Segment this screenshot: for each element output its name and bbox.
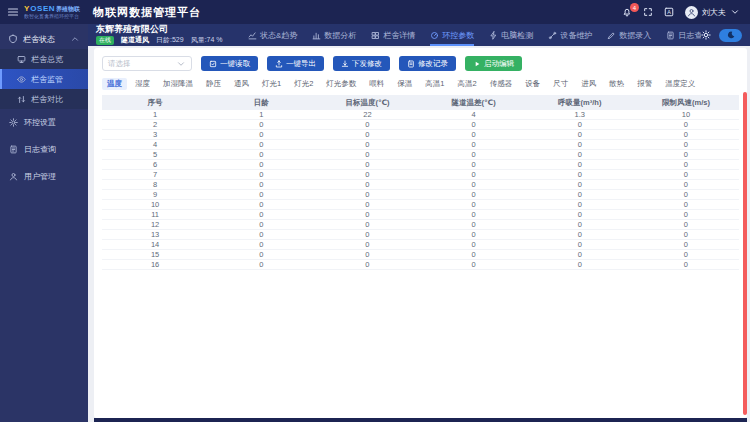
- sidebar-item-watch[interactable]: 栏舍监管: [0, 69, 88, 89]
- sidebar-item-user[interactable]: 用户管理: [0, 163, 88, 190]
- table-cell: 0: [527, 130, 633, 139]
- chip-9[interactable]: 保温: [392, 78, 417, 90]
- column-header: 隧道温差(℃): [421, 98, 527, 108]
- sidebar-group-label: 栏舍状态: [23, 34, 55, 45]
- sidebar-item-label: 栏舍对比: [31, 94, 63, 105]
- table-cell: 0: [208, 150, 314, 159]
- tab-analysis[interactable]: 数据分析: [312, 24, 356, 46]
- chip-1[interactable]: 湿度: [130, 78, 155, 90]
- table-cell: 16: [102, 260, 208, 269]
- chip-11[interactable]: 高温2: [453, 78, 482, 90]
- table-cell: 10: [633, 110, 739, 119]
- chip-14[interactable]: 尺寸: [548, 78, 573, 90]
- table-cell: 0: [633, 250, 739, 259]
- table-cell: 8: [102, 180, 208, 189]
- table-cell: 0: [527, 160, 633, 169]
- tab-label: 日志查询: [678, 30, 701, 41]
- detail-icon: [371, 31, 380, 40]
- table-cell: 0: [633, 180, 739, 189]
- language-icon[interactable]: A: [664, 7, 674, 17]
- farm-info: 东辉养殖有限公司 在线 隧道通风 日龄:529 风量:74 %: [96, 24, 236, 46]
- tab-label: 电脑检测: [501, 30, 533, 41]
- chip-0[interactable]: 温度: [102, 78, 127, 90]
- button-label: 下发修改: [352, 59, 382, 69]
- table-cell: 0: [633, 240, 739, 249]
- record-button[interactable]: 修改记录: [399, 56, 456, 71]
- sidebar-group-pen-status[interactable]: 栏舍状态: [0, 29, 88, 49]
- tab-label: 栏舍详情: [383, 30, 415, 41]
- table-cell: 0: [633, 170, 739, 179]
- compare-icon: [17, 95, 26, 104]
- tab-dial[interactable]: 环控参数: [430, 24, 474, 46]
- chip-13[interactable]: 设备: [520, 78, 545, 90]
- menu-toggle-icon[interactable]: [7, 6, 19, 18]
- table-cell: 0: [527, 220, 633, 229]
- chip-2[interactable]: 加湿降温: [158, 78, 198, 90]
- day-age: 日龄:529: [156, 35, 184, 45]
- table-cell: 0: [527, 170, 633, 179]
- sidebar-item-log[interactable]: 日志查询: [0, 136, 88, 163]
- table-cell: 7: [102, 170, 208, 179]
- chip-3[interactable]: 静压: [201, 78, 226, 90]
- chip-6[interactable]: 灯光2: [289, 78, 318, 90]
- table-cell: 0: [208, 230, 314, 239]
- theme-toggle[interactable]: [719, 29, 742, 42]
- chevron-down-icon: [730, 7, 740, 17]
- table-row: 1200000: [102, 220, 739, 230]
- chip-10[interactable]: 高温1: [420, 78, 449, 90]
- sidebar-item-label: 环控设置: [24, 117, 56, 128]
- table-cell: 0: [527, 260, 633, 269]
- right-column: 东辉养殖有限公司 在线 隧道通风 日龄:529 风量:74 % 状态&趋势数据分…: [88, 24, 750, 422]
- table-cell: 0: [527, 210, 633, 219]
- sidebar-item-compare[interactable]: 栏舍对比: [0, 89, 88, 109]
- content-area: 请选择 一键读取一键导出下发修改修改记录启动编辑 温度湿度加湿降温静压通风灯光1…: [88, 46, 750, 422]
- download-button[interactable]: 下发修改: [333, 56, 390, 71]
- tab-bolt[interactable]: 电脑检测: [489, 24, 533, 46]
- chip-18[interactable]: 温度定义: [660, 78, 700, 90]
- tab-log[interactable]: 日志查询: [666, 24, 701, 46]
- tab-bar: 状态&趋势数据分析栏舍详情环控参数电脑检测设备维护数据录入日志查询: [248, 24, 701, 46]
- page-title: 物联网数据管理平台: [93, 5, 201, 20]
- table-cell: 0: [633, 190, 739, 199]
- tab-detail[interactable]: 栏舍详情: [371, 24, 415, 46]
- chip-7[interactable]: 灯光参数: [321, 78, 361, 90]
- table-row: 1000000: [102, 200, 739, 210]
- settings-gear-icon[interactable]: [701, 30, 711, 40]
- table-scrollbar[interactable]: [743, 92, 747, 415]
- chip-12[interactable]: 传感器: [485, 78, 518, 90]
- play-button[interactable]: 启动编辑: [465, 56, 522, 71]
- sidebar-item-gear[interactable]: 环控设置: [0, 109, 88, 136]
- table-cell: 0: [633, 200, 739, 209]
- bolt-icon: [489, 31, 498, 40]
- sidebar-item-label: 日志查询: [24, 144, 56, 155]
- notification-bell-icon[interactable]: 4: [622, 7, 632, 17]
- sidebar-item-monitor[interactable]: 栏舍总览: [0, 49, 88, 69]
- read-button[interactable]: 一键读取: [201, 56, 258, 71]
- chip-15[interactable]: 进风: [576, 78, 601, 90]
- trend-icon: [248, 31, 257, 40]
- tab-trend[interactable]: 状态&趋势: [248, 24, 297, 46]
- notification-badge: 4: [630, 3, 639, 12]
- logo-cn-text: 养殖物联: [56, 6, 80, 12]
- chip-5[interactable]: 灯光1: [257, 78, 286, 90]
- table-cell: 22: [314, 110, 420, 119]
- monitor-icon: [17, 55, 26, 64]
- main-row: 栏舍状态 栏舍总览栏舍监管栏舍对比 环控设置日志查询用户管理 东辉养殖有限公司 …: [0, 24, 750, 422]
- dial-icon: [430, 31, 439, 40]
- tab-label: 数据分析: [324, 30, 356, 41]
- table-cell: 0: [208, 130, 314, 139]
- chip-16[interactable]: 散热: [604, 78, 629, 90]
- pen-select[interactable]: 请选择: [102, 56, 192, 71]
- user-menu[interactable]: 刘大夫: [685, 6, 740, 19]
- button-label: 修改记录: [418, 59, 448, 69]
- chip-17[interactable]: 报警: [632, 78, 657, 90]
- export-button[interactable]: 一键导出: [267, 56, 324, 71]
- table-row: 1600000: [102, 260, 739, 270]
- tab-wrench[interactable]: 设备维护: [548, 24, 592, 46]
- table-cell: 0: [208, 240, 314, 249]
- chip-8[interactable]: 喂料: [364, 78, 389, 90]
- chip-4[interactable]: 通风: [229, 78, 254, 90]
- tab-entry[interactable]: 数据录入: [607, 24, 651, 46]
- fullscreen-icon[interactable]: [643, 7, 653, 17]
- tab-label: 设备维护: [560, 30, 592, 41]
